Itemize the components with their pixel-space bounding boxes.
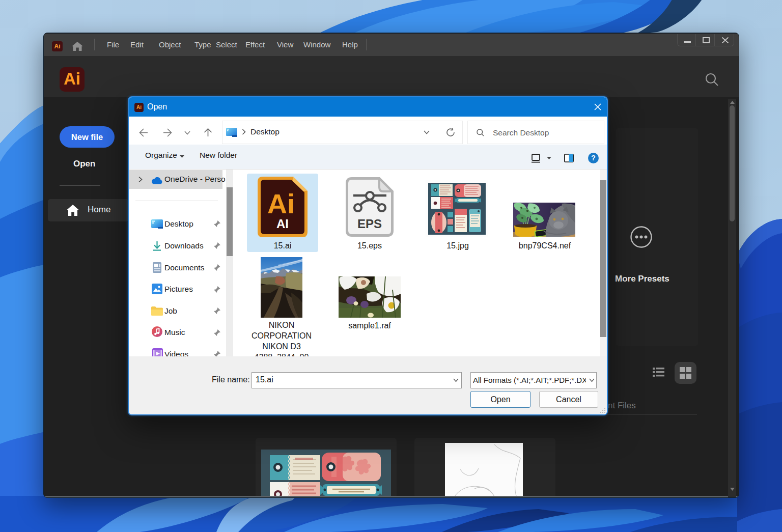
svg-text:AI: AI xyxy=(276,217,289,231)
svg-text:EPS: EPS xyxy=(357,217,382,231)
svg-text:Ai: Ai xyxy=(267,188,295,219)
